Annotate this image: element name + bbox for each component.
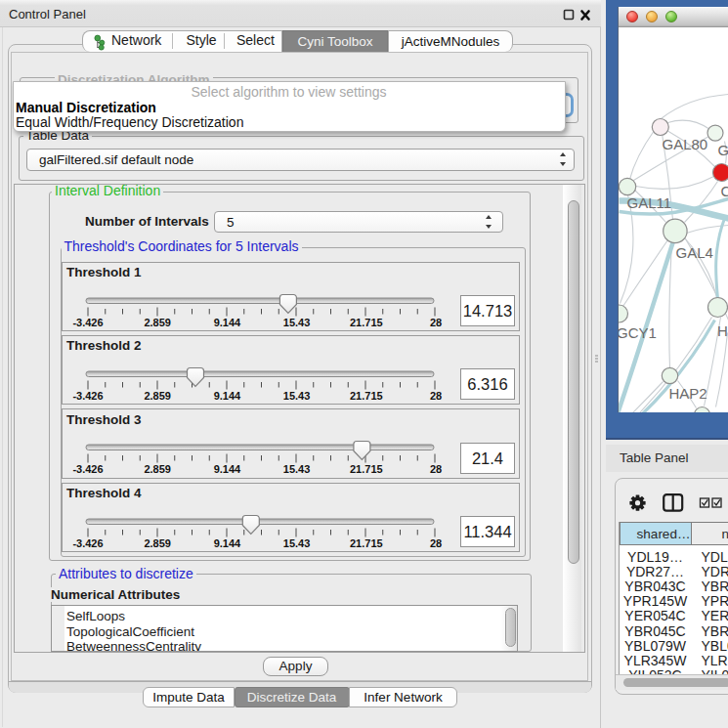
svg-text:21.715: 21.715	[350, 463, 383, 475]
svg-text:9.144: 9.144	[214, 536, 241, 548]
svg-text:HAP2: HAP2	[668, 384, 707, 401]
svg-text:15.43: 15.43	[283, 463, 311, 475]
svg-text:GAL4: GAL4	[675, 243, 712, 260]
svg-text:15.43: 15.43	[283, 536, 311, 548]
svg-text:28: 28	[430, 536, 442, 548]
svg-text:2.859: 2.859	[144, 536, 171, 548]
svg-text:2.859: 2.859	[144, 463, 171, 475]
svg-text:2.859: 2.859	[144, 389, 171, 401]
svg-text:21.715: 21.715	[350, 316, 383, 327]
svg-text:28: 28	[430, 463, 442, 475]
svg-text:9.144: 9.144	[214, 463, 241, 475]
svg-text:-3.426: -3.426	[72, 463, 103, 475]
svg-text:9.144: 9.144	[214, 389, 241, 401]
svg-text:28: 28	[430, 389, 442, 401]
svg-text:-3.426: -3.426	[72, 536, 103, 548]
svg-text:GAL11: GAL11	[626, 193, 671, 210]
svg-text:C: C	[720, 182, 728, 198]
svg-text:HI: HI	[717, 321, 728, 338]
svg-text:-3.426: -3.426	[72, 316, 103, 327]
svg-text:15.43: 15.43	[283, 316, 311, 327]
svg-text:GCY1: GCY1	[619, 323, 657, 340]
svg-text:-3.426: -3.426	[72, 389, 103, 401]
svg-text:GAL80: GAL80	[662, 135, 707, 151]
svg-text:21.715: 21.715	[350, 389, 383, 401]
svg-text:GA: GA	[717, 142, 728, 158]
svg-text:2.859: 2.859	[144, 316, 171, 327]
svg-text:9.144: 9.144	[214, 316, 241, 327]
svg-text:28: 28	[430, 316, 442, 327]
svg-text:15.43: 15.43	[283, 389, 311, 401]
svg-text:21.715: 21.715	[350, 536, 383, 548]
